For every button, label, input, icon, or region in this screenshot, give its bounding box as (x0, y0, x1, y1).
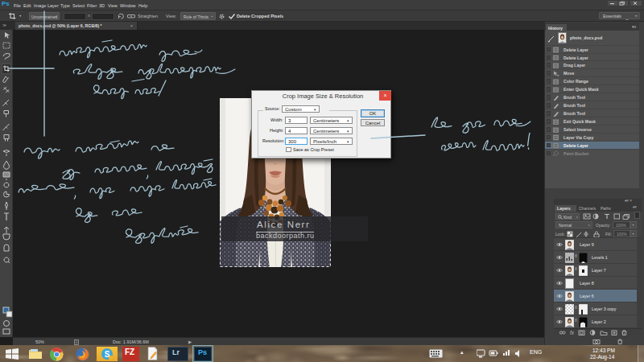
svg-text:fx: fx (570, 330, 575, 335)
